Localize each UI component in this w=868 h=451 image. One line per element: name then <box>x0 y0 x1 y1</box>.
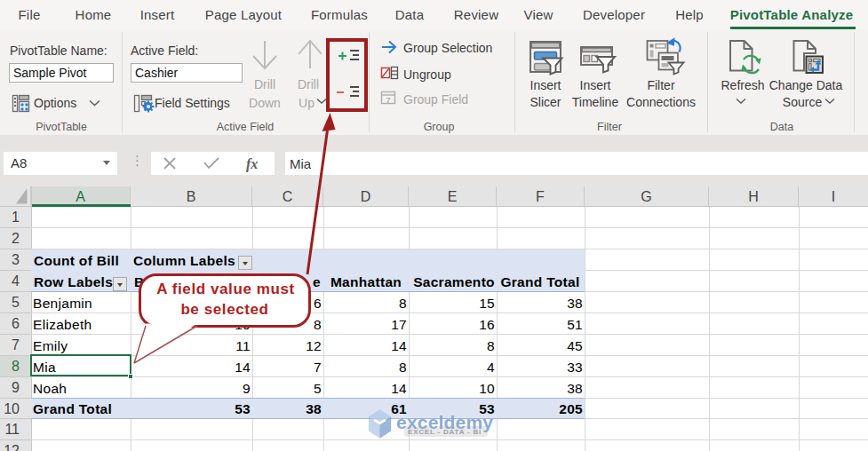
svg-text:7: 7 <box>386 96 390 105</box>
svg-text:fx: fx <box>246 156 258 172</box>
